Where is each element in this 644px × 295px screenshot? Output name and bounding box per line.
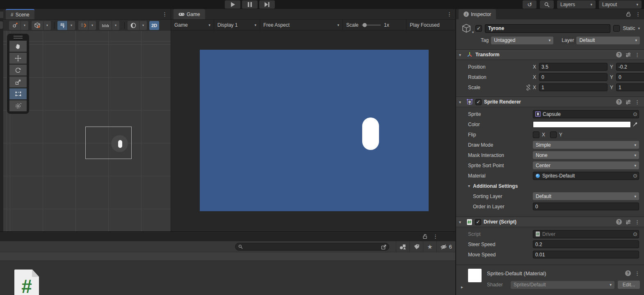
move-tool-button[interactable] xyxy=(9,53,27,64)
foldout-icon[interactable]: ▾ xyxy=(459,100,464,104)
transform-tool-button[interactable] xyxy=(9,100,27,111)
material-foldout[interactable]: ▸ xyxy=(461,285,463,289)
project-search-input[interactable] xyxy=(245,244,379,250)
capsule-sprite-scene[interactable] xyxy=(118,140,122,148)
foldout-icon[interactable]: ▾ xyxy=(459,53,464,57)
hand-tool-button[interactable] xyxy=(9,41,27,52)
presets-icon[interactable] xyxy=(626,99,631,105)
sprite-renderer-menu-button[interactable]: ⋮ xyxy=(635,99,640,105)
favorites-button[interactable]: ★ xyxy=(423,241,436,252)
shader-edit-button[interactable]: Edit... xyxy=(618,281,640,289)
sorting-layer-dropdown[interactable]: Default ▾ xyxy=(533,192,639,200)
open-search-window-icon[interactable] xyxy=(381,244,387,250)
overlay-drag-handle[interactable] xyxy=(14,36,23,39)
position-y-field[interactable] xyxy=(616,63,644,71)
inspector-menu-button[interactable]: ⋮ xyxy=(635,12,641,17)
filter-by-type-button[interactable] xyxy=(396,241,409,252)
static-checkbox[interactable] xyxy=(613,25,620,32)
display-dropdown[interactable]: Display 1 ▾ xyxy=(214,20,260,30)
flip-y-checkbox[interactable] xyxy=(550,131,557,138)
grid-visibility-dropdown[interactable]: ▾ xyxy=(68,21,75,30)
step-button[interactable] xyxy=(259,0,275,9)
link-scale-toggle[interactable] xyxy=(525,85,533,90)
rotation-x-field[interactable] xyxy=(539,73,607,81)
steer-speed-field[interactable] xyxy=(533,240,639,248)
snap-increment-button[interactable] xyxy=(99,21,112,30)
sprite-object-field[interactable]: Capsule ⊙ xyxy=(533,110,639,118)
help-icon[interactable]: ? xyxy=(616,99,622,105)
project-searchbox[interactable] xyxy=(235,243,389,251)
gameobject-name-field[interactable] xyxy=(485,24,610,33)
filter-by-label-button[interactable] xyxy=(409,241,423,252)
object-picker-icon[interactable]: ⊙ xyxy=(633,231,637,237)
scale-tool-button[interactable] xyxy=(9,76,27,88)
project-menu-button[interactable]: ⋮ xyxy=(433,234,438,239)
rotation-y-field[interactable] xyxy=(616,73,644,81)
layout-dropdown[interactable]: Layout ▾ xyxy=(599,0,642,9)
rect-tool-button[interactable] xyxy=(9,88,27,99)
pivot-mode-button[interactable] xyxy=(32,21,43,30)
shader-dropdown[interactable]: Sprites/Default ▾ xyxy=(511,281,614,289)
lock-open-icon[interactable] xyxy=(422,234,428,239)
grid-snapping-dropdown[interactable]: ▾ xyxy=(89,21,96,30)
help-icon[interactable]: ? xyxy=(616,219,622,225)
pivot-mode-dropdown[interactable]: ▾ xyxy=(43,21,51,30)
order-in-layer-field[interactable] xyxy=(533,203,639,210)
object-picker-icon[interactable]: ⊙ xyxy=(633,111,637,117)
rotate-tool-button[interactable] xyxy=(9,65,27,76)
static-dropdown[interactable]: ▾ xyxy=(638,26,640,30)
flip-x-checkbox[interactable] xyxy=(533,131,539,138)
mask-interaction-dropdown[interactable]: None ▾ xyxy=(533,151,639,159)
driver-menu-button[interactable]: ⋮ xyxy=(635,219,640,225)
additional-settings-row[interactable]: ▾ Additional Settings xyxy=(456,181,644,191)
shading-mode-dropdown[interactable]: ▾ xyxy=(139,21,147,30)
transform-header[interactable]: ▾ Transform ? ⋮ xyxy=(456,49,644,60)
tab-inspector[interactable]: i Inspector xyxy=(459,9,496,19)
script-asset-item[interactable]: # xyxy=(14,270,39,295)
script-object-field[interactable]: Driver ⊙ xyxy=(533,230,639,238)
lock-open-icon[interactable] xyxy=(626,12,631,17)
game-target-dropdown[interactable]: Game ▾ xyxy=(171,20,214,30)
hidden-objects-button[interactable]: 6 xyxy=(436,241,455,252)
color-swatch[interactable] xyxy=(533,121,631,128)
material-object-field[interactable]: Sprites-Default ⊙ xyxy=(533,172,639,180)
eyedropper-button[interactable] xyxy=(631,122,639,127)
snap-increment-dropdown[interactable]: ▾ xyxy=(112,21,119,30)
scene-menu-button[interactable]: ⋮ xyxy=(162,9,167,19)
driver-script-header[interactable]: ▾ ✓ Driver (Script) ? ⋮ xyxy=(456,217,644,227)
presets-icon[interactable] xyxy=(626,219,631,225)
scale-slider[interactable] xyxy=(362,25,381,25)
position-x-field[interactable] xyxy=(539,63,607,71)
object-picker-icon[interactable]: ⊙ xyxy=(633,173,637,178)
tab-scene[interactable]: # Scene xyxy=(6,9,34,19)
shading-mode-button[interactable] xyxy=(128,21,139,30)
presets-icon[interactable] xyxy=(626,52,631,58)
move-speed-field[interactable] xyxy=(533,251,639,258)
play-focused-dropdown[interactable]: Play Focused xyxy=(406,20,455,30)
play-button[interactable] xyxy=(225,0,240,9)
game-menu-button[interactable]: ⋮ xyxy=(447,9,452,19)
layers-dropdown[interactable]: Layers ▾ xyxy=(557,0,596,9)
tab-game[interactable]: Game xyxy=(174,9,205,19)
scale-x-field[interactable] xyxy=(539,83,607,91)
aspect-ratio-dropdown[interactable]: Free Aspect ▾ xyxy=(260,20,343,30)
pause-button[interactable] xyxy=(242,0,258,9)
sprite-renderer-header[interactable]: ▾ ✓ Sprite Renderer ? ⋮ xyxy=(456,97,644,107)
help-icon[interactable]: ? xyxy=(625,270,631,276)
active-checkbox[interactable]: ✓ xyxy=(475,25,482,32)
scale-slider-knob[interactable] xyxy=(363,23,367,27)
global-search-button[interactable] xyxy=(540,0,554,9)
toggle-2d-button[interactable]: 2D xyxy=(149,21,159,30)
tag-dropdown[interactable]: Untagged ▾ xyxy=(491,37,553,44)
sprite-sort-point-dropdown[interactable]: Center ▾ xyxy=(533,161,639,169)
help-icon[interactable]: ? xyxy=(616,52,622,58)
grid-snapping-button[interactable] xyxy=(78,21,88,30)
grid-visibility-button[interactable]: Y xyxy=(57,21,67,30)
gameobject-icon-button[interactable]: ▾ xyxy=(460,23,473,34)
transform-menu-button[interactable]: ⋮ xyxy=(635,52,640,58)
layer-dropdown[interactable]: Default ▾ xyxy=(576,37,640,44)
draw-mode-dropdown[interactable]: Simple ▾ xyxy=(533,141,639,149)
scene-viewport[interactable] xyxy=(3,31,171,231)
material-menu-button[interactable]: ⋮ xyxy=(635,271,640,276)
sprite-renderer-enabled-checkbox[interactable]: ✓ xyxy=(475,99,482,105)
